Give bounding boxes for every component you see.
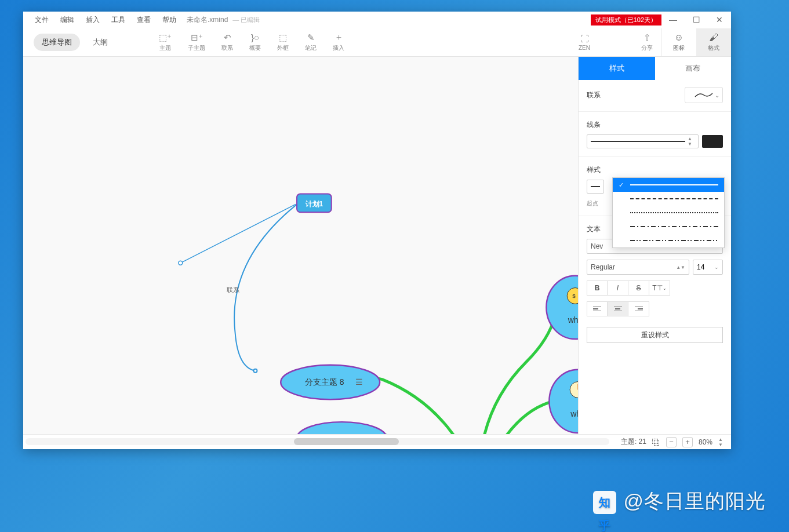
app-window: 文件 编辑 插入 工具 查看 帮助 未命名.xmind — 已编辑 试用模式（已… (23, 12, 731, 449)
text-case-button[interactable]: T⊤⌄ (649, 280, 670, 296)
svg-text:why: why (568, 315, 578, 325)
line-dash-select[interactable] (587, 180, 604, 194)
share-icon: ⇧ (643, 32, 651, 43)
style-section-label: 样式 (587, 165, 723, 175)
summary-icon: }○ (251, 32, 259, 43)
sidebar-tab-format[interactable]: 🖌格式 (696, 28, 731, 56)
chevron-down-icon: ⌄ (715, 92, 719, 99)
map-overview-icon[interactable]: ⿻ (652, 438, 660, 447)
zoom-in-button[interactable]: + (682, 437, 693, 447)
svg-text:☰: ☰ (355, 377, 363, 387)
zoom-stepper[interactable]: ▲▼ (718, 437, 725, 447)
stepper-icon: ▲▼ (688, 136, 695, 147)
tab-mindmap[interactable]: 思维导图 (34, 34, 80, 51)
tool-insert[interactable]: ＋插入 (325, 30, 352, 54)
dash-option-dotted[interactable] (613, 206, 724, 220)
boundary-icon: ⬚ (279, 32, 287, 43)
svg-point-0 (253, 369, 257, 373)
relationship-shape-select[interactable]: ⌄ (685, 87, 723, 103)
topic-icon: ⬚⁺ (159, 32, 172, 43)
tool-share[interactable]: ⇧分享 (633, 30, 661, 54)
dash-option-solid[interactable]: ✓ (613, 178, 724, 192)
menu-view[interactable]: 查看 (132, 13, 155, 27)
zoom-level: 80% (699, 438, 712, 446)
window-controls: — ☐ ✕ (661, 12, 731, 28)
strikethrough-button[interactable]: S (628, 280, 649, 296)
font-size-select[interactable]: 14⌄ (693, 260, 723, 275)
line-section-label: 线条 (587, 120, 723, 130)
menu-edit[interactable]: 编辑 (56, 13, 79, 27)
line-color-swatch[interactable] (702, 135, 723, 148)
line-width-select[interactable]: ▲▼ (587, 134, 699, 148)
panel-tab-style[interactable]: 样式 (579, 57, 655, 80)
format-panel: 样式 画布 联系 ⌄ 线条 ▲▼ (578, 57, 731, 434)
relation-label[interactable]: 联系 (227, 286, 239, 293)
note-icon: ✎ (307, 32, 315, 43)
subtopic-icon: ⊟⁺ (191, 32, 203, 43)
svg-point-2 (179, 261, 183, 265)
panel-tab-canvas[interactable]: 画布 (655, 57, 732, 80)
zoom-out-button[interactable]: − (666, 437, 677, 447)
main-area: 联系 计划1 分支主题 8 ☰ 分支主题 7 $ why (23, 57, 731, 434)
bold-button[interactable]: B (587, 280, 608, 296)
svg-text:$: $ (572, 293, 576, 299)
toolbar: 思维导图 大纲 ⬚⁺主题 ⊟⁺子主题 ↶联系 }○概要 ⬚外框 ✎笔记 ＋插入 … (23, 28, 731, 57)
line-dash-dropdown: ✓ (612, 177, 725, 248)
smiley-icon: ☺ (674, 32, 683, 43)
svg-line-1 (180, 204, 296, 263)
zhihu-logo-icon: 知乎 (593, 491, 616, 514)
zen-icon: ⛶ (580, 33, 589, 43)
tool-summary[interactable]: }○概要 (241, 30, 269, 54)
tool-boundary[interactable]: ⬚外框 (269, 30, 297, 54)
insert-icon: ＋ (334, 32, 343, 43)
topic-count: 主题: 21 (621, 437, 646, 447)
dash-option-dashdot[interactable] (613, 220, 724, 234)
menu-tools[interactable]: 工具 (107, 13, 130, 27)
watermark: 知乎@冬日里的阳光 (593, 488, 766, 515)
menu-file[interactable]: 文件 (30, 13, 53, 27)
close-button[interactable]: ✕ (708, 12, 731, 28)
italic-button[interactable]: I (608, 280, 628, 296)
file-status: — 已编辑 (232, 16, 260, 24)
align-left-button[interactable] (587, 301, 608, 316)
tool-topic[interactable]: ⬚⁺主题 (151, 30, 180, 54)
sidebar-tab-icons[interactable]: ☺图标 (661, 28, 696, 56)
tab-outline[interactable]: 大纲 (85, 34, 116, 51)
align-center-button[interactable] (608, 301, 628, 316)
trial-badge[interactable]: 试用模式（已102天） (591, 14, 661, 25)
tool-relation[interactable]: ↶联系 (213, 30, 241, 54)
dash-option-dashed[interactable] (613, 192, 724, 206)
titlebar: 文件 编辑 插入 工具 查看 帮助 未命名.xmind — 已编辑 试用模式（已… (23, 12, 731, 28)
node-when[interactable] (549, 370, 578, 433)
dash-option-dashdotdot[interactable] (613, 234, 724, 247)
svg-text:whe: whe (570, 409, 578, 418)
relation-icon: ↶ (224, 32, 231, 43)
minimize-button[interactable]: — (661, 12, 685, 28)
reset-style-button[interactable]: 重设样式 (587, 327, 723, 343)
horizontal-scrollbar[interactable] (26, 438, 609, 445)
tool-note[interactable]: ✎笔记 (297, 30, 325, 54)
tool-subtopic[interactable]: ⊟⁺子主题 (180, 30, 213, 54)
file-name: 未命名.xmind (187, 15, 228, 25)
node-branch-7[interactable] (297, 422, 387, 434)
align-right-button[interactable] (628, 301, 649, 316)
canvas[interactable]: 联系 计划1 分支主题 8 ☰ 分支主题 7 $ why (23, 57, 578, 434)
relationship-label: 联系 (587, 90, 601, 100)
menu-insert[interactable]: 插入 (81, 13, 104, 27)
font-weight-select[interactable]: Regular▲▼ (587, 260, 689, 275)
svg-text:分支主题 8: 分支主题 8 (305, 377, 344, 387)
tool-zen[interactable]: ⛶ZEN (570, 31, 598, 53)
svg-text:计划1: 计划1 (305, 200, 323, 208)
menu-help[interactable]: 帮助 (158, 13, 181, 27)
statusbar: 主题: 21 ⿻ − + 80% ▲▼ (23, 434, 731, 449)
brush-icon: 🖌 (709, 32, 718, 43)
menu-bar: 文件 编辑 插入 工具 查看 帮助 (23, 13, 181, 27)
maximize-button[interactable]: ☐ (685, 12, 708, 28)
